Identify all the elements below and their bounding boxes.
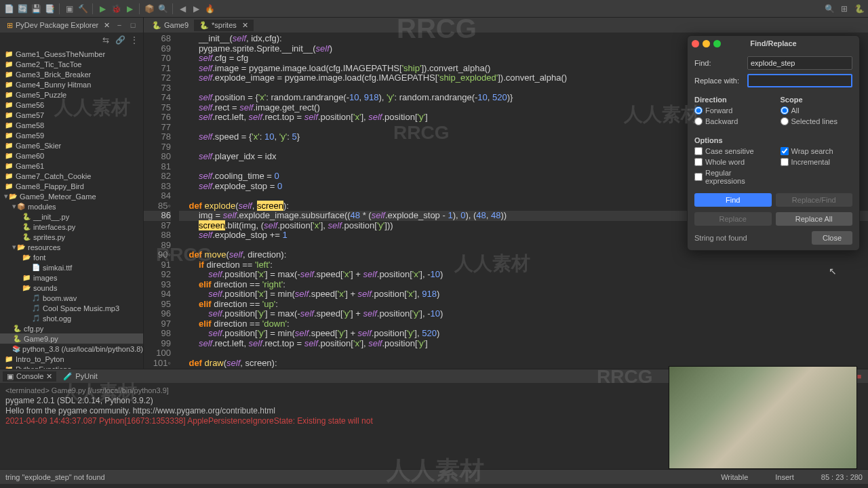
tree-item[interactable]: ▾ 📂resources bbox=[0, 242, 143, 252]
terminal-icon[interactable]: ▣ bbox=[63, 3, 75, 15]
tree-item[interactable]: 🐍__init__.py bbox=[0, 211, 143, 222]
save-icon[interactable]: 💾 bbox=[30, 3, 42, 15]
minimize-icon[interactable]: − bbox=[113, 19, 125, 31]
open-type-icon[interactable]: 📦 bbox=[143, 3, 155, 15]
tree-item[interactable]: 📁Game5_Puzzle bbox=[0, 89, 143, 100]
sidebar-toolbar: ⇆ 🔗 ⋮ bbox=[0, 33, 143, 47]
tree-item[interactable]: 📁Game56 bbox=[0, 100, 143, 110]
search-icon[interactable]: 🔍 bbox=[157, 3, 169, 15]
replace-all-button[interactable]: Replace All bbox=[776, 212, 853, 226]
tab-game9[interactable]: 🐍 Game9 bbox=[146, 20, 194, 31]
selected-lines-radio[interactable]: Selected lines bbox=[781, 117, 853, 125]
wrap-search-check[interactable]: Wrap search bbox=[781, 147, 853, 155]
tree-item[interactable]: 🎵boom.wav bbox=[0, 293, 143, 303]
custom-icon[interactable]: 🔥 bbox=[203, 3, 216, 15]
close-icon[interactable]: ✕ bbox=[104, 21, 110, 30]
tab-label: *sprites bbox=[212, 21, 237, 29]
console-icon: ▣ bbox=[7, 372, 14, 381]
replace-find-button[interactable]: Replace/Find bbox=[776, 193, 853, 207]
tree-item[interactable]: 🐍Game9.py bbox=[0, 333, 143, 344]
tree-item[interactable]: 🎵Cool Space Music.mp3 bbox=[0, 303, 143, 313]
tree-item[interactable]: 📁Game1_GuessTheNumber bbox=[0, 49, 143, 59]
replace-input[interactable] bbox=[747, 74, 852, 87]
tree-item[interactable]: 📁images bbox=[0, 272, 143, 283]
tree-item[interactable]: 📁Game3_Brick_Breaker bbox=[0, 69, 143, 79]
tree-item[interactable]: 📁Game8_Flappy_Bird bbox=[0, 181, 143, 191]
replace-label: Replace with: bbox=[694, 77, 743, 85]
pydev-perspective-icon[interactable]: 🐍 bbox=[853, 3, 865, 15]
file-tree[interactable]: 📁Game1_GuessTheNumber 📁Game2_Tic_TacToe … bbox=[0, 47, 143, 369]
case-sensitive-check[interactable]: Case sensitive bbox=[694, 147, 767, 155]
close-icon[interactable]: ✕ bbox=[46, 372, 52, 381]
package-explorer-tab[interactable]: ⊞ PyDev Package Explorer ✕ bbox=[4, 20, 113, 31]
tab-label: Game9 bbox=[164, 21, 189, 29]
build-icon[interactable]: 🔨 bbox=[77, 3, 89, 15]
line-gutter: 686970717273747576777879808182838485◦868… bbox=[144, 33, 176, 369]
regex-check[interactable]: Regular expressions bbox=[694, 169, 767, 185]
tree-item[interactable]: 🐍sprites.py bbox=[0, 232, 143, 242]
tree-item[interactable]: ▾ 📦modules bbox=[0, 201, 143, 211]
close-window-icon[interactable] bbox=[692, 40, 699, 47]
dialog-status: String not found bbox=[694, 234, 806, 242]
status-bar: tring "explode_step" not found Writable … bbox=[0, 469, 868, 484]
forward-radio[interactable]: Forward bbox=[694, 106, 767, 115]
tree-item[interactable]: 🎵shot.ogg bbox=[0, 313, 143, 323]
scope-heading: Scope bbox=[781, 96, 853, 104]
pyunit-icon: 🧪 bbox=[63, 372, 73, 381]
find-input[interactable] bbox=[747, 56, 852, 70]
tab-pyunit[interactable]: 🧪 PyUnit bbox=[59, 371, 101, 382]
tab-label: Console bbox=[16, 372, 43, 380]
editor-tabs: 🐍 Game9 🐍 *sprites ✕ bbox=[144, 18, 868, 33]
tree-item[interactable]: 📁Intro_to_Pyton bbox=[0, 354, 143, 364]
tab-console[interactable]: ▣ Console ✕ bbox=[3, 371, 56, 382]
whole-word-check[interactable]: Whole word bbox=[694, 158, 767, 166]
tree-item[interactable]: 📁Game60 bbox=[0, 150, 143, 161]
tree-item[interactable]: ▾ 📂Game9_Meteor_Game bbox=[0, 191, 143, 201]
tree-item[interactable]: 🐍interfaces.py bbox=[0, 222, 143, 232]
tree-item[interactable]: 📁PythonFunctions bbox=[0, 364, 143, 369]
tree-item[interactable]: 📁Game4_Bunny Hitman bbox=[0, 79, 143, 89]
tree-item[interactable]: 📁Game61 bbox=[0, 161, 143, 171]
webcam-overlay bbox=[669, 366, 857, 469]
save-all-icon[interactable]: 📑 bbox=[43, 3, 56, 15]
package-explorer: ⊞ PyDev Package Explorer ✕ − □ ⇆ 🔗 ⋮ 📁Ga… bbox=[0, 18, 144, 369]
maximize-icon[interactable]: □ bbox=[127, 19, 139, 31]
tree-item[interactable]: 📁Game58 bbox=[0, 120, 143, 130]
filter-icon[interactable]: ⋮ bbox=[128, 34, 140, 46]
collapse-icon[interactable]: ⇆ bbox=[100, 34, 112, 46]
nav-icon[interactable]: ▶ bbox=[190, 3, 202, 15]
options-heading: Options bbox=[694, 136, 852, 144]
tree-item[interactable]: 📂font bbox=[0, 252, 143, 262]
run-last-icon[interactable]: ▶ bbox=[123, 3, 136, 15]
tree-item[interactable]: 📂sounds bbox=[0, 283, 143, 293]
python-icon: 🐍 bbox=[152, 21, 161, 30]
maximize-window-icon[interactable] bbox=[713, 40, 721, 47]
nav-icon[interactable]: ◀ bbox=[176, 3, 189, 15]
new-file-icon[interactable]: 📄 bbox=[3, 3, 15, 15]
tree-item[interactable]: 📄simkai.ttf bbox=[0, 262, 143, 272]
replace-button[interactable]: Replace bbox=[694, 212, 772, 226]
incremental-check[interactable]: Incremental bbox=[781, 158, 853, 166]
tree-item[interactable]: 📁Game6_Skier bbox=[0, 140, 143, 150]
run-icon[interactable]: ▶ bbox=[96, 3, 108, 15]
minimize-window-icon[interactable] bbox=[703, 40, 710, 47]
link-icon[interactable]: 🔗 bbox=[114, 34, 126, 46]
dialog-titlebar[interactable]: Find/Replace bbox=[688, 36, 859, 51]
tree-item[interactable]: 📁Game59 bbox=[0, 130, 143, 140]
tree-item[interactable]: 📚python_3.8 (/usr/local/bin/python3.8) bbox=[0, 344, 143, 354]
close-icon[interactable]: ✕ bbox=[242, 21, 248, 30]
close-button[interactable]: Close bbox=[812, 231, 852, 245]
backward-radio[interactable]: Backward bbox=[694, 117, 767, 125]
perspective-icon[interactable]: ⊞ bbox=[838, 3, 850, 15]
tree-item[interactable]: 📁Game2_Tic_TacToe bbox=[0, 59, 143, 69]
tree-item[interactable]: 📁Game7_Catch_Cookie bbox=[0, 171, 143, 181]
search-global-icon[interactable]: 🔍 bbox=[823, 3, 835, 15]
main-toolbar: 📄 🔄 💾 📑 ▣ 🔨 ▶ 🐞 ▶ 📦 🔍 ◀ ▶ 🔥 🔍 ⊞ 🐍 bbox=[0, 0, 868, 18]
refresh-icon[interactable]: 🔄 bbox=[16, 3, 28, 15]
debug-icon[interactable]: 🐞 bbox=[110, 3, 122, 15]
find-button[interactable]: Find bbox=[694, 193, 772, 207]
tree-item[interactable]: 🐍cfg.py bbox=[0, 323, 143, 333]
tree-item[interactable]: 📁Game57 bbox=[0, 110, 143, 120]
all-radio[interactable]: All bbox=[781, 106, 853, 115]
tab-sprites[interactable]: 🐍 *sprites ✕ bbox=[194, 20, 254, 31]
